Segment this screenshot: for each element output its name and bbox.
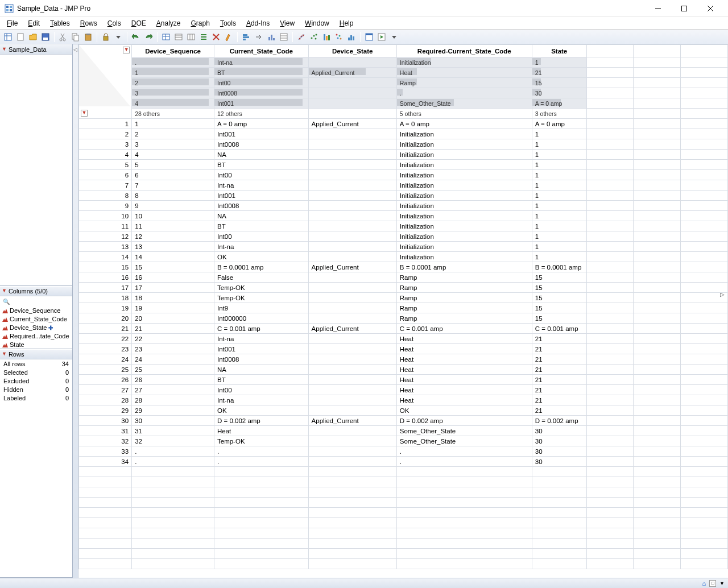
data-cell[interactable]: Some_Other_State <box>396 436 532 446</box>
columns-icon[interactable] <box>185 31 197 43</box>
table-row[interactable]: 2525NAHeat21 <box>79 365 728 375</box>
data-cell[interactable] <box>308 436 396 446</box>
data-cell[interactable]: 3 <box>132 139 214 150</box>
filter-summary-cell[interactable]: Int00 <box>214 78 309 88</box>
data-cell[interactable]: 1 <box>532 242 586 252</box>
data-cell[interactable]: Heat <box>396 385 532 395</box>
filter-summary-cell[interactable]: Int001 <box>214 98 309 109</box>
filter-summary-cell[interactable]: 5 others <box>396 109 532 119</box>
table-row[interactable]: 34...30 <box>79 457 728 467</box>
panel-header-rows[interactable]: ▼ Rows <box>0 349 72 359</box>
data-cell[interactable]: 18 <box>132 293 214 303</box>
data-cell[interactable]: 26 <box>132 375 214 385</box>
data-cell[interactable]: 6 <box>132 170 214 180</box>
data-cell[interactable]: Int0008 <box>214 201 309 211</box>
filter-summary-cell[interactable] <box>308 88 396 98</box>
filter-summary-cell[interactable] <box>308 109 396 119</box>
menu-view[interactable]: View <box>275 18 299 28</box>
scatter-icon[interactable] <box>308 31 320 43</box>
row-number[interactable]: 19 <box>79 303 132 313</box>
menu-rows[interactable]: Rows <box>76 18 102 28</box>
data-cell[interactable] <box>308 170 396 180</box>
data-cell[interactable]: Int-na <box>214 242 309 252</box>
data-cell[interactable] <box>308 283 396 293</box>
data-cell[interactable]: B = 0.0001 amp <box>214 262 309 272</box>
row-number[interactable]: 27 <box>79 385 132 395</box>
data-cell[interactable]: 30 <box>132 416 214 426</box>
row-number[interactable]: 31 <box>79 426 132 436</box>
marker-icon[interactable] <box>223 31 234 43</box>
data-cell[interactable]: C = 0.001 amp <box>396 324 532 334</box>
filter-summary-cell[interactable]: 1 <box>532 57 586 68</box>
data-cell[interactable]: 1 <box>132 119 214 129</box>
panel-header-columns[interactable]: ▼ Columns (5/0) <box>0 286 72 296</box>
data-cell[interactable]: Ramp <box>396 283 532 293</box>
new-file-icon[interactable] <box>15 31 26 43</box>
data-cell[interactable]: 15 <box>532 272 586 283</box>
data-cell[interactable]: . <box>396 457 532 467</box>
row-number[interactable]: 7 <box>79 180 132 191</box>
data-cell[interactable]: 7 <box>132 180 214 191</box>
table-row[interactable]: 1919Int9Ramp15 <box>79 303 728 313</box>
filter-summary-cell[interactable]: 15 <box>532 78 586 88</box>
menu-analyze[interactable]: Analyze <box>152 18 185 28</box>
data-cell[interactable]: . <box>396 446 532 457</box>
row-number[interactable]: 18 <box>79 293 132 303</box>
data-cell[interactable]: Initialization <box>396 150 532 160</box>
data-cell[interactable]: 21 <box>532 365 586 375</box>
data-cell[interactable]: Temp-OK <box>214 293 309 303</box>
filter-summary-cell[interactable]: 28 others <box>132 109 214 119</box>
column-item[interactable]: Device_State ✚ <box>1 324 71 332</box>
data-cell[interactable]: . <box>214 446 309 457</box>
table-row[interactable]: 1616FalseRamp15 <box>79 272 728 283</box>
hbar-icon[interactable] <box>241 31 252 43</box>
table-row[interactable]: 77Int-naInitialization1 <box>79 180 728 191</box>
row-number[interactable]: 25 <box>79 365 132 375</box>
data-cell[interactable]: BT <box>214 160 309 170</box>
window-icon[interactable] <box>363 31 375 43</box>
data-cell[interactable]: 1 <box>532 231 586 242</box>
data-cell[interactable]: Int-na <box>214 334 309 344</box>
data-cell[interactable]: Initialization <box>396 252 532 262</box>
data-cell[interactable]: 1 <box>532 191 586 201</box>
data-cell[interactable] <box>308 160 396 170</box>
row-number[interactable]: 23 <box>79 344 132 354</box>
cut-icon[interactable] <box>57 31 69 43</box>
table-row[interactable]: 2020Int000000Ramp15 <box>79 313 728 324</box>
rows-count-row[interactable]: All rows34 <box>1 361 71 369</box>
data-cell[interactable]: Int-na <box>214 180 309 191</box>
filter-summary-cell[interactable]: 2 <box>132 78 214 88</box>
data-cell[interactable]: 11 <box>132 221 214 231</box>
filter-summary-cell[interactable] <box>308 57 396 68</box>
menu-file[interactable]: File <box>2 18 22 28</box>
data-cell[interactable]: 22 <box>132 334 214 344</box>
table-row[interactable]: 99Int0008Initialization1 <box>79 201 728 211</box>
column-item[interactable]: Required...tate_Code <box>1 332 71 341</box>
data-cell[interactable]: OK <box>214 252 309 262</box>
filter-summary-cell[interactable]: Int0008 <box>214 88 309 98</box>
data-cell[interactable]: 30 <box>532 457 586 467</box>
data-cell[interactable] <box>308 252 396 262</box>
data-cell[interactable]: Int00 <box>214 170 309 180</box>
column-header-empty[interactable] <box>634 45 681 57</box>
data-cell[interactable]: D = 0.002 amp <box>532 416 586 426</box>
home-icon[interactable]: ⌂ <box>702 580 706 587</box>
data-cell[interactable]: 1 <box>532 150 586 160</box>
filter-summary-cell[interactable] <box>308 98 396 109</box>
filter-summary-cell[interactable]: 21 <box>532 68 586 78</box>
table-row[interactable]: 1111BTInitialization1 <box>79 221 728 231</box>
data-cell[interactable]: A = 0 amp <box>214 119 309 129</box>
data-cell[interactable]: 8 <box>132 191 214 201</box>
data-cell[interactable] <box>308 365 396 375</box>
row-number[interactable]: 8 <box>79 191 132 201</box>
table-row[interactable]: 11A = 0 ampApplied_CurrentA = 0 ampA = 0… <box>79 119 728 129</box>
column-header[interactable]: Current_State_Code <box>214 45 309 57</box>
data-cell[interactable]: 28 <box>132 395 214 405</box>
data-cell[interactable]: 15 <box>532 303 586 313</box>
data-cell[interactable]: NA <box>214 211 309 221</box>
data-cell[interactable]: 21 <box>532 344 586 354</box>
data-cell[interactable]: 1 <box>532 221 586 231</box>
row-number[interactable]: 12 <box>79 231 132 242</box>
fit-icon[interactable] <box>296 31 307 43</box>
data-cell[interactable]: Applied_Current <box>308 119 396 129</box>
